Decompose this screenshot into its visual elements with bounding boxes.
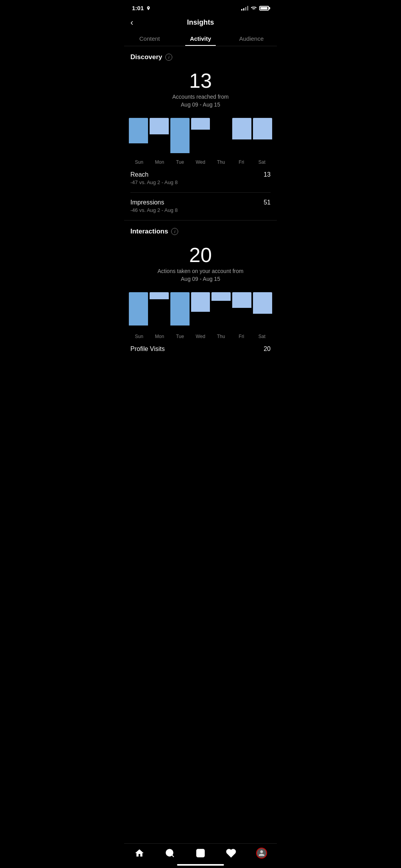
chart-label-fri: Fri <box>232 159 251 165</box>
int-chart-label-tue: Tue <box>171 334 190 339</box>
int-bar-col-sun <box>129 292 148 331</box>
profile-visits-stat: Profile Visits 20 <box>130 345 271 353</box>
battery-icon <box>259 6 269 11</box>
int-bar-thu <box>211 292 231 301</box>
main-content: Discovery i 13 Accounts reached fromAug … <box>124 46 277 399</box>
int-bar-col-fri <box>232 292 251 331</box>
divider-1 <box>130 192 271 193</box>
interactions-bars <box>129 292 272 331</box>
interactions-label-text: Actions taken on your account fromAug 09… <box>130 268 271 283</box>
interactions-stats: Profile Visits 20 <box>124 339 277 399</box>
reach-sub: -47 vs. Aug 2 - Aug 8 <box>130 179 271 185</box>
chart-label-wed: Wed <box>191 159 210 165</box>
discovery-section-header: Discovery i <box>124 46 277 61</box>
discovery-bars <box>129 118 272 157</box>
discovery-reach-label: Accounts reached fromAug 09 - Aug 15 <box>130 93 271 108</box>
int-chart-label-fri: Fri <box>232 334 251 339</box>
discovery-reach-number: 13 <box>130 71 271 91</box>
chart-label-sat: Sat <box>253 159 271 165</box>
int-bar-sat <box>253 292 272 314</box>
int-chart-label-sun: Sun <box>130 334 148 339</box>
discovery-label: Discovery <box>130 53 162 61</box>
chart-label-thu: Thu <box>211 159 230 165</box>
interactions-number: 20 <box>130 245 271 265</box>
bar-col-sat <box>253 118 272 157</box>
int-bar-col-thu <box>211 292 231 331</box>
reach-stat: Reach 13 -47 vs. Aug 2 - Aug 8 <box>130 171 271 185</box>
bar-wed <box>191 118 210 130</box>
int-chart-label-thu: Thu <box>211 334 230 339</box>
status-bar: 1:01 <box>124 0 277 14</box>
bar-mon <box>150 118 169 134</box>
profile-visits-value: 20 <box>264 345 271 353</box>
discovery-stats: Reach 13 -47 vs. Aug 2 - Aug 8 Impressio… <box>124 165 277 213</box>
reach-label: Reach <box>130 171 148 178</box>
status-indicators <box>241 6 269 11</box>
int-bar-col-tue <box>170 292 190 331</box>
status-time: 1:01 <box>132 5 144 11</box>
int-bar-wed <box>191 292 210 312</box>
page-title: Insights <box>187 18 214 27</box>
bar-col-wed <box>191 118 210 157</box>
impressions-value: 51 <box>264 199 271 206</box>
back-button[interactable]: ‹ <box>130 18 133 28</box>
int-bar-col-sat <box>253 292 272 331</box>
discovery-chart-labels: Sun Mon Tue Wed Thu Fri Sat <box>129 157 272 165</box>
impressions-stat: Impressions 51 -46 vs. Aug 2 - Aug 8 <box>130 199 271 213</box>
bar-col-mon <box>150 118 169 157</box>
int-chart-label-wed: Wed <box>191 334 210 339</box>
tabs-bar: Content Activity Audience <box>124 31 277 46</box>
impressions-label: Impressions <box>130 199 164 206</box>
interactions-info-icon[interactable]: i <box>171 228 178 235</box>
chart-label-tue: Tue <box>171 159 190 165</box>
int-bar-sun <box>129 292 148 326</box>
tab-activity[interactable]: Activity <box>175 31 226 46</box>
int-bar-col-mon <box>150 292 169 331</box>
chart-label-sun: Sun <box>130 159 148 165</box>
int-bar-fri <box>232 292 251 308</box>
location-icon <box>146 6 151 11</box>
status-time-area: 1:01 <box>132 5 151 11</box>
signal-icon <box>241 6 248 11</box>
interactions-chart: Sun Mon Tue Wed Thu Fri Sat <box>124 286 277 339</box>
bar-col-sun <box>129 118 148 157</box>
discovery-big-number-area: 13 Accounts reached fromAug 09 - Aug 15 <box>124 61 277 112</box>
chart-label-mon: Mon <box>150 159 169 165</box>
profile-visits-label: Profile Visits <box>130 345 165 353</box>
bar-fri <box>232 118 251 139</box>
interactions-section-header: Interactions i <box>124 221 277 235</box>
bar-col-thu <box>211 118 231 157</box>
interactions-big-number-area: 20 Actions taken on your account fromAug… <box>124 235 277 286</box>
int-bar-tue <box>170 292 190 326</box>
wifi-icon <box>251 6 257 11</box>
tab-content[interactable]: Content <box>124 31 175 46</box>
bar-sat <box>253 118 272 139</box>
interactions-chart-labels: Sun Mon Tue Wed Thu Fri Sat <box>129 331 272 339</box>
interactions-label: Interactions <box>130 228 168 235</box>
int-bar-mon <box>150 292 169 299</box>
int-chart-label-sat: Sat <box>253 334 271 339</box>
discovery-chart: Sun Mon Tue Wed Thu Fri Sat <box>124 112 277 165</box>
tab-audience[interactable]: Audience <box>226 31 277 46</box>
int-bar-col-wed <box>191 292 210 331</box>
bar-col-tue <box>170 118 190 157</box>
discovery-info-icon[interactable]: i <box>165 54 172 61</box>
reach-value: 13 <box>264 171 271 178</box>
int-chart-label-mon: Mon <box>150 334 169 339</box>
bar-sun <box>129 118 148 143</box>
bar-col-fri <box>232 118 251 157</box>
impressions-sub: -46 vs. Aug 2 - Aug 8 <box>130 207 271 213</box>
bar-tue <box>170 118 190 153</box>
page-header: ‹ Insights <box>124 14 277 31</box>
